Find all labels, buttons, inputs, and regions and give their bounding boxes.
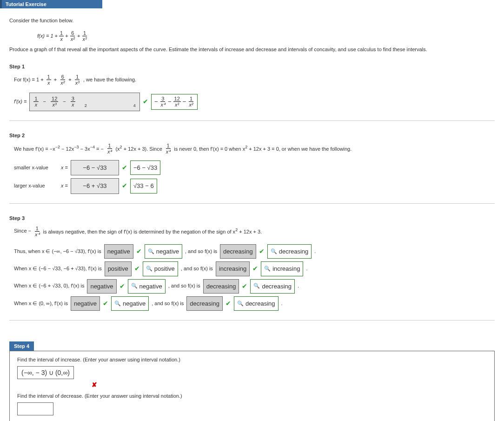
plus-sign: +	[77, 33, 81, 39]
and-so: , and so f(x) is	[185, 247, 217, 256]
behavior-answer-4b: 🔍decreasing	[234, 296, 279, 311]
behavior-answer-2b: 🔍increasing	[261, 261, 303, 276]
problem-intro: Consider the function below.	[9, 18, 495, 23]
sign-answer-1a: 🔍negative	[145, 244, 182, 259]
smaller-input[interactable]: −6 − √33	[71, 160, 119, 175]
step2-text-c: is never 0, then f'(x) = 0 when x2 + 12x…	[174, 143, 351, 154]
x-equals: x =	[61, 163, 68, 173]
plus-sign: +	[65, 33, 69, 39]
fx-equals: f(x) = 1 +	[37, 33, 59, 39]
behavior-answer-1b: 🔍decreasing	[267, 244, 312, 259]
x-equals: x =	[61, 181, 68, 191]
when2-text: When x ∈ (−6 − √33, −6 + √33), f'(x) is	[14, 264, 102, 274]
magnify-icon: 🔍	[264, 264, 271, 274]
step1-header: Step 1	[9, 64, 495, 69]
sign-answer-3a: 🔍negative	[128, 279, 166, 294]
frac-1-x3: 1x³	[81, 30, 87, 42]
frac-6-x2: 6x²	[70, 30, 76, 42]
frac-6-x2-s1: 6x²	[60, 74, 66, 86]
fprime-answer: − 3x⁴ − 12x³ − 1x²	[151, 94, 198, 109]
smaller-answer: −6 − √33	[130, 160, 160, 175]
step4-prompt1: Find the interval of increase. (Enter yo…	[17, 357, 487, 362]
larger-label: larger x-value	[14, 181, 58, 191]
check-icon: ✔	[252, 263, 258, 274]
check-icon: ✔	[119, 281, 125, 292]
step3-header: Step 3	[9, 215, 495, 221]
fprime-label: f'(x) =	[14, 97, 27, 107]
increase-interval-input[interactable]: (−∞, − 3) ∪ (0,∞)	[17, 366, 74, 379]
decrease-interval-input[interactable]	[17, 402, 53, 415]
check-icon: ✔	[143, 96, 148, 107]
smaller-label: smaller x-value	[14, 163, 58, 173]
check-icon: ✔	[242, 281, 247, 292]
check-icon: ✔	[136, 246, 142, 257]
problem-instruction: Produce a graph of f that reveal all the…	[9, 47, 495, 52]
period: .	[281, 299, 283, 308]
magnify-icon: 🔍	[114, 299, 121, 308]
check-icon: ✔	[122, 162, 127, 174]
sign-select-1a[interactable]: negative	[104, 244, 133, 259]
frac-1-x: 1x	[59, 30, 64, 42]
step2-text: We have f'(x) = −x−2 − 12x−3 − 3x−4 = −	[14, 143, 104, 154]
sign-select-2a[interactable]: positive	[105, 261, 132, 276]
and-so: , and so f(x) is	[168, 281, 200, 291]
plus-sign: +	[68, 75, 71, 85]
thus-text: Thus, when x ∈ (−∞, −6 − √33), f'(x) is	[14, 247, 101, 256]
and-so: , and so f(x) is	[152, 299, 184, 308]
sign-select-3a[interactable]: negative	[87, 279, 116, 294]
when3-text: When x ∈ (−6 + √33, 0), f'(x) is	[14, 281, 84, 291]
cross-icon: ✘	[92, 381, 97, 388]
frac-1-x3-s1: 1x³	[74, 74, 80, 86]
check-icon: ✔	[103, 298, 108, 309]
period: .	[306, 264, 307, 274]
fprime-input-box[interactable]: 1x − 12x³ − 3x 2 4	[29, 93, 139, 111]
behavior-select-3b[interactable]: decreasing	[203, 279, 239, 294]
sign-select-4a[interactable]: negative	[71, 296, 100, 311]
step2-text-b: (x2 + 12x + 3). Since	[115, 143, 162, 154]
step3-line1b: is always negative, then the sign of f'(…	[43, 226, 262, 236]
period: .	[314, 247, 316, 256]
main-formula: f(x) = 1 + 1x + 6x² + 1x³	[37, 30, 495, 42]
for-fx: For f(x) = 1 +	[14, 75, 44, 85]
magnify-icon: 🔍	[146, 264, 153, 274]
magnify-icon: 🔍	[271, 247, 277, 256]
frac-1-x4-a: 1x⁴	[106, 143, 113, 154]
content-area: Consider the function below. f(x) = 1 + …	[0, 8, 504, 421]
behavior-select-2b[interactable]: increasing	[216, 261, 250, 276]
magnify-icon: 🔍	[253, 281, 260, 291]
and-so: , and so f(x) is	[181, 264, 213, 274]
plus-sign: +	[54, 75, 57, 85]
sign-answer-4a: 🔍negative	[111, 296, 149, 311]
magnify-icon: 🔍	[131, 281, 138, 291]
check-icon: ✔	[225, 298, 231, 309]
magnify-icon: 🔍	[148, 247, 154, 256]
frac-1-x-s1: 1x	[46, 74, 51, 86]
check-icon: ✔	[134, 263, 140, 274]
check-icon: ✔	[259, 246, 265, 257]
step4-header: Step 4	[9, 341, 34, 351]
check-icon: ✔	[122, 180, 127, 192]
larger-answer: √33 − 6	[130, 179, 157, 193]
step4-prompt2: Find the interval of decrease. (Enter yo…	[17, 393, 487, 399]
step3-line1a: Since −	[14, 227, 31, 236]
when4-text: When x ∈ (0, ∞), f'(x) is	[14, 299, 68, 308]
frac-1-x4-s3: 1x⁴	[34, 226, 40, 237]
frac-1-x4-b: 1x⁴	[165, 143, 172, 154]
step1-lead: , we have the following.	[83, 75, 136, 85]
period: .	[298, 281, 299, 291]
step2-header: Step 2	[9, 133, 495, 138]
larger-input[interactable]: −6 + √33	[71, 178, 119, 194]
behavior-answer-3b: 🔍decreasing	[250, 279, 295, 294]
behavior-select-4b[interactable]: decreasing	[186, 296, 223, 311]
sign-answer-2a: 🔍positive	[143, 261, 178, 276]
tutorial-header: Tutorial Exercise	[0, 0, 102, 8]
magnify-icon: 🔍	[237, 299, 244, 308]
step4-block: Find the interval of increase. (Enter yo…	[9, 351, 495, 421]
behavior-select-1b[interactable]: decreasing	[220, 244, 256, 259]
